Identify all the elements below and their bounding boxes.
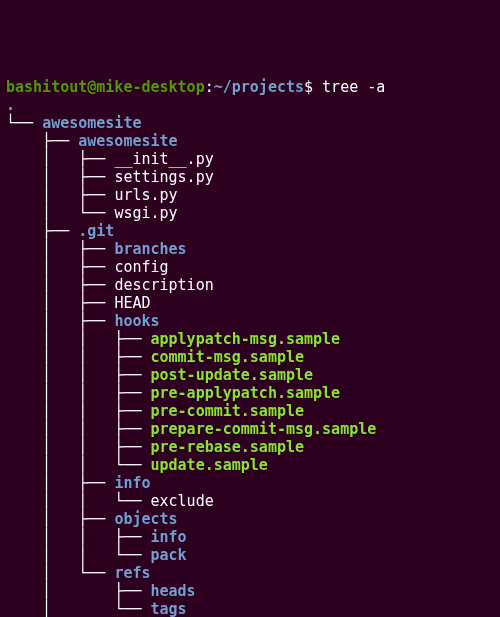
tree-branch: │ │ ├── bbox=[6, 420, 151, 438]
tree-branch: │ │ ├── bbox=[6, 330, 151, 348]
tree-entry: pre-applypatch.sample bbox=[151, 384, 341, 402]
tree-row: │ ├── __init__.py bbox=[6, 150, 494, 168]
tree-entry: .git bbox=[78, 222, 114, 240]
tree-row: │ ├── urls.py bbox=[6, 186, 494, 204]
tree-row: │ ├── branches bbox=[6, 240, 494, 258]
tree-row: │ │ └── update.sample bbox=[6, 456, 494, 474]
tree-branch: │ ├── bbox=[6, 276, 114, 294]
prompt-user: bashitout@mike-desktop bbox=[6, 78, 205, 96]
tree-branch: │ │ └── bbox=[6, 492, 151, 510]
tree-row: └── awesomesite bbox=[6, 114, 494, 132]
tree-branch: │ │ ├── bbox=[6, 384, 151, 402]
tree-row: │ └── wsgi.py bbox=[6, 204, 494, 222]
tree-entry: branches bbox=[114, 240, 186, 258]
tree-root-dot: . bbox=[6, 96, 15, 114]
tree-row: ├── awesomesite bbox=[6, 132, 494, 150]
tree-entry: pre-commit.sample bbox=[151, 402, 305, 420]
tree-branch: │ ├── bbox=[6, 258, 114, 276]
tree-branch: │ ├── bbox=[6, 474, 114, 492]
tree-entry: awesomesite bbox=[42, 114, 141, 132]
command-text: tree -a bbox=[322, 78, 385, 96]
tree-branch: │ ├── bbox=[6, 510, 114, 528]
tree-entry: pack bbox=[151, 546, 187, 564]
tree-entry: objects bbox=[114, 510, 177, 528]
terminal-output: bashitout@mike-desktop:~/projects$ tree … bbox=[6, 78, 494, 617]
tree-branch: │ └── bbox=[6, 564, 114, 582]
tree-row: │ │ ├── pre-commit.sample bbox=[6, 402, 494, 420]
tree-branch: │ ├── bbox=[6, 240, 114, 258]
prompt-line: bashitout@mike-desktop:~/projects$ tree … bbox=[6, 78, 494, 96]
tree-entry: applypatch-msg.sample bbox=[151, 330, 341, 348]
tree-row: │ │ ├── prepare-commit-msg.sample bbox=[6, 420, 494, 438]
tree-row: │ │ ├── info bbox=[6, 528, 494, 546]
tree-branch: │ │ ├── bbox=[6, 402, 151, 420]
tree-branch: ├── bbox=[6, 222, 78, 240]
tree-row: ├── .git bbox=[6, 222, 494, 240]
tree-row: │ │ ├── pre-rebase.sample bbox=[6, 438, 494, 456]
tree-branch: │ ├── bbox=[6, 168, 114, 186]
tree-branch: └── bbox=[6, 114, 42, 132]
tree-row: │ ├── objects bbox=[6, 510, 494, 528]
tree-entry: tags bbox=[151, 600, 187, 617]
tree-row: │ ├── heads bbox=[6, 582, 494, 600]
tree-row: │ │ ├── applypatch-msg.sample bbox=[6, 330, 494, 348]
tree-row: │ ├── description bbox=[6, 276, 494, 294]
tree-root: . bbox=[6, 96, 494, 114]
tree-entry: pre-rebase.sample bbox=[151, 438, 305, 456]
tree-entry: commit-msg.sample bbox=[151, 348, 305, 366]
tree-branch: │ ├── bbox=[6, 150, 114, 168]
tree-branch: │ │ └── bbox=[6, 546, 151, 564]
tree-entry: settings.py bbox=[114, 168, 213, 186]
tree-entry: awesomesite bbox=[78, 132, 177, 150]
tree-row: │ │ ├── commit-msg.sample bbox=[6, 348, 494, 366]
prompt-path: ~/projects bbox=[214, 78, 304, 96]
tree-entry: refs bbox=[114, 564, 150, 582]
tree-entry: wsgi.py bbox=[114, 204, 177, 222]
tree-entry: info bbox=[114, 474, 150, 492]
tree-branch: │ ├── bbox=[6, 312, 114, 330]
tree-entry: prepare-commit-msg.sample bbox=[151, 420, 377, 438]
tree-entry: exclude bbox=[151, 492, 214, 510]
tree-branch: │ ├── bbox=[6, 294, 114, 312]
prompt-dollar: $ bbox=[304, 78, 322, 96]
tree-row: │ ├── HEAD bbox=[6, 294, 494, 312]
tree-entry: update.sample bbox=[151, 456, 268, 474]
tree-row: │ └── refs bbox=[6, 564, 494, 582]
tree-entry: HEAD bbox=[114, 294, 150, 312]
tree-branch: │ │ ├── bbox=[6, 438, 151, 456]
tree-row: │ │ └── pack bbox=[6, 546, 494, 564]
tree-branch: │ │ └── bbox=[6, 456, 151, 474]
tree-entry: config bbox=[114, 258, 168, 276]
tree-row: │ ├── hooks bbox=[6, 312, 494, 330]
tree-row: │ │ ├── pre-applypatch.sample bbox=[6, 384, 494, 402]
tree-entry: heads bbox=[151, 582, 196, 600]
tree-entry: post-update.sample bbox=[151, 366, 314, 384]
tree-row: │ └── tags bbox=[6, 600, 494, 617]
tree-entry: urls.py bbox=[114, 186, 177, 204]
tree-branch: │ └── bbox=[6, 204, 114, 222]
prompt-sep: : bbox=[205, 78, 214, 96]
tree-branch: │ ├── bbox=[6, 186, 114, 204]
tree-entry: __init__.py bbox=[114, 150, 213, 168]
tree-row: │ ├── info bbox=[6, 474, 494, 492]
tree-row: │ ├── settings.py bbox=[6, 168, 494, 186]
tree-row: │ │ ├── post-update.sample bbox=[6, 366, 494, 384]
tree-branch: │ ├── bbox=[6, 582, 151, 600]
tree-branch: │ └── bbox=[6, 600, 151, 617]
tree-entry: hooks bbox=[114, 312, 159, 330]
tree-branch: ├── bbox=[6, 132, 78, 150]
tree-row: │ ├── config bbox=[6, 258, 494, 276]
tree-branch: │ │ ├── bbox=[6, 366, 151, 384]
tree-row: │ │ └── exclude bbox=[6, 492, 494, 510]
tree-entry: description bbox=[114, 276, 213, 294]
tree-branch: │ │ ├── bbox=[6, 348, 151, 366]
tree-entry: info bbox=[151, 528, 187, 546]
tree-branch: │ │ ├── bbox=[6, 528, 151, 546]
